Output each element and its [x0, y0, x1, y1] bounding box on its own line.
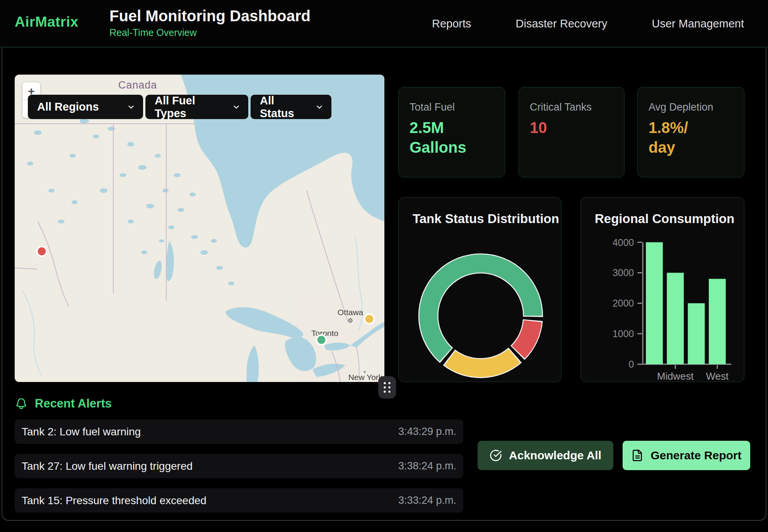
stat-label: Avg Depletion: [649, 101, 733, 113]
map-marker-warning[interactable]: [364, 314, 375, 325]
svg-text:3000: 3000: [613, 267, 634, 278]
grip-dots-icon: [378, 376, 396, 399]
regional-consumption-bar-chart: 01000200030004000MidwestWest: [581, 198, 744, 382]
stat-label: Total Fuel: [410, 101, 494, 113]
status-filter-value: All Status: [260, 94, 310, 120]
page-subtitle: Real-Time Overview: [109, 26, 311, 39]
acknowledge-all-button[interactable]: Acknowledge All: [478, 441, 613, 470]
nav-disaster-recovery[interactable]: Disaster Recovery: [516, 17, 608, 30]
map-panel[interactable]: Canada Ottawa Toronto New York + − All R…: [15, 75, 384, 382]
alert-row[interactable]: Tank 15: Pressure threshold exceeded3:33…: [15, 488, 463, 513]
brand-logo[interactable]: AirMatrix: [15, 14, 79, 30]
stat-card-total-fuel: Total Fuel 2.5M Gallons: [398, 87, 505, 177]
file-text-icon: [631, 449, 643, 462]
generate-report-button[interactable]: Generate Report: [623, 441, 750, 470]
alert-message: Tank 27: Low fuel warning triggered: [22, 460, 193, 472]
svg-text:West: West: [706, 371, 729, 382]
bell-icon: [15, 397, 28, 410]
chevron-down-icon: [315, 103, 324, 111]
main-nav: Reports Disaster Recovery User Managemen…: [432, 0, 744, 48]
nav-user-management[interactable]: User Management: [652, 17, 744, 30]
svg-text:4000: 4000: [613, 237, 634, 248]
tank-status-card: Tank Status Distribution: [398, 197, 561, 382]
alert-row[interactable]: Tank 27: Low fuel warning triggered3:38:…: [15, 454, 463, 478]
acknowledge-all-label: Acknowledge All: [509, 449, 601, 462]
stat-value: 10: [530, 118, 613, 138]
alerts-header: Recent Alerts: [15, 397, 112, 411]
alert-time: 3:43:29 p.m.: [398, 426, 456, 438]
top-navbar: AirMatrix Fuel Monitoring Dashboard Real…: [0, 0, 768, 48]
stat-value: 2.5M Gallons: [410, 118, 494, 157]
city-label-ottawa: Ottawa: [338, 308, 364, 317]
chevron-down-icon: [127, 103, 135, 111]
map-resize-handle[interactable]: [378, 376, 396, 399]
svg-text:Midwest: Midwest: [657, 371, 694, 382]
generate-report-label: Generate Report: [650, 449, 741, 462]
region-filter-select[interactable]: All Regions: [28, 95, 143, 119]
svg-text:0: 0: [629, 359, 634, 370]
page-title: Fuel Monitoring Dashboard: [109, 6, 311, 26]
dashboard-page: AirMatrix Fuel Monitoring Dashboard Real…: [0, 0, 768, 532]
city-label-newyork: New York: [348, 373, 383, 382]
alert-message: Tank 2: Low fuel warning: [22, 426, 141, 438]
check-circle-icon: [490, 449, 502, 462]
status-filter-select[interactable]: All Status: [251, 95, 331, 119]
map-country-label: Canada: [118, 79, 157, 91]
nav-reports[interactable]: Reports: [432, 17, 471, 30]
regional-consumption-card: Regional Consumption 01000200030004000Mi…: [580, 197, 744, 382]
stat-card-critical-tanks: Critical Tanks 10: [519, 87, 625, 177]
chevron-down-icon: [232, 103, 241, 111]
alert-list: Tank 2: Low fuel warning3:43:29 p.m.Tank…: [15, 419, 463, 523]
fuel-type-filter-value: All Fuel Types: [155, 94, 227, 120]
fuel-type-filter-select[interactable]: All Fuel Types: [145, 95, 248, 119]
alert-time: 3:38:24 p.m.: [398, 460, 456, 472]
stat-value: 1.8%/ day: [649, 118, 733, 157]
svg-text:2000: 2000: [613, 298, 634, 309]
alert-time: 3:33:24 p.m.: [398, 494, 456, 506]
alerts-title: Recent Alerts: [35, 397, 112, 411]
tank-status-donut-chart: [399, 198, 561, 382]
map-marker-critical[interactable]: [36, 246, 47, 257]
map-canvas[interactable]: Canada Ottawa Toronto New York: [15, 75, 384, 382]
svg-text:1000: 1000: [613, 328, 634, 339]
alert-row[interactable]: Tank 2: Low fuel warning3:43:29 p.m.: [15, 419, 463, 444]
map-marker-normal[interactable]: [316, 334, 327, 346]
map-filters: All Regions All Fuel Types All Status: [28, 95, 331, 119]
region-filter-value: All Regions: [37, 101, 99, 113]
title-block: Fuel Monitoring Dashboard Real-Time Over…: [109, 6, 311, 39]
stat-card-avg-depletion: Avg Depletion 1.8%/ day: [637, 87, 744, 177]
alert-message: Tank 15: Pressure threshold exceeded: [22, 494, 207, 507]
stat-label: Critical Tanks: [530, 101, 613, 113]
